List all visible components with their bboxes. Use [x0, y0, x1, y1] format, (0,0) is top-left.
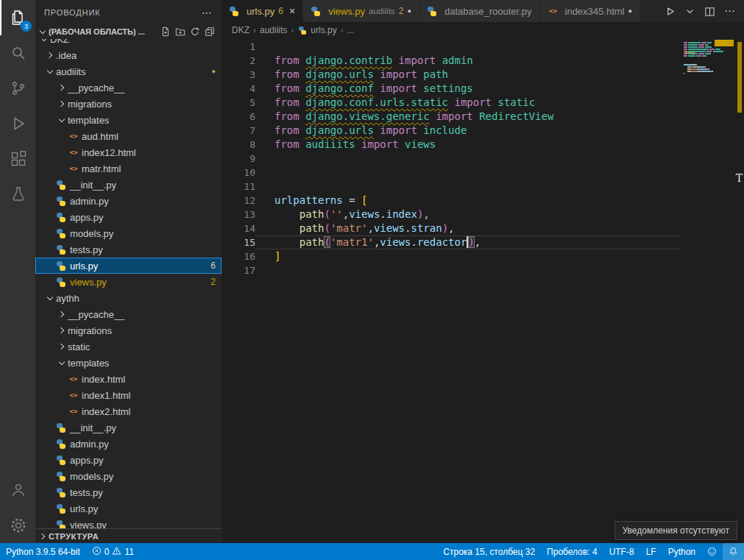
cursor-position-indicator[interactable]: Строка 15, столбец 32: [437, 543, 541, 560]
breadcrumb-item[interactable]: audiiits: [260, 25, 287, 35]
breadcrumb-item[interactable]: urls.py: [297, 25, 336, 35]
code-line[interactable]: 14 path('matr',views.stran),: [222, 221, 744, 235]
minimap-line: [684, 71, 734, 72]
feedback-smiley-icon[interactable]: [701, 543, 723, 560]
code-token: (: [324, 236, 330, 248]
editor-tab-index345-html[interactable]: <>index345.html●: [540, 0, 640, 22]
tree-item-tests-py[interactable]: tests.py: [35, 241, 222, 258]
tree-item-models-py[interactable]: models.py: [35, 468, 222, 484]
code-token: ,: [448, 222, 454, 234]
code-line[interactable]: 8from audiiits import views: [222, 138, 744, 152]
activity-bar-source-control-icon[interactable]: [0, 71, 35, 106]
code-line[interactable]: 15 path('matr1',views.redactor),: [222, 235, 744, 249]
tree-item-urls-py[interactable]: urls.py6: [35, 258, 222, 274]
tree-item-urls-py[interactable]: urls.py: [35, 500, 222, 517]
overview-ruler: T: [734, 38, 744, 543]
tree-item-apps-py[interactable]: apps.py: [35, 452, 222, 468]
run-button-icon[interactable]: [665, 6, 676, 17]
close-icon[interactable]: ×: [289, 5, 295, 17]
code-line[interactable]: 13 path('',views.index),: [222, 208, 744, 221]
tree-item-tests-py[interactable]: tests.py: [35, 484, 222, 500]
activity-bar-explorer-icon[interactable]: 3: [0, 0, 35, 35]
tree-item-migrations[interactable]: migrations: [35, 96, 222, 112]
sidebar-more-actions-icon[interactable]: ⋯: [202, 7, 213, 18]
tree-item--pycache-[interactable]: __pycache__: [35, 306, 222, 322]
tree-item-index12-html[interactable]: <>index12.html: [35, 144, 222, 160]
code-line[interactable]: 1: [222, 40, 744, 54]
activity-bar-testing-icon[interactable]: [0, 177, 35, 212]
collapse-folders-icon[interactable]: [203, 26, 216, 38]
tree-item--init-py[interactable]: __init__.py: [35, 177, 222, 193]
tree-item-templates[interactable]: templates: [35, 112, 222, 128]
tree-item--init-py[interactable]: __init__.py: [35, 419, 222, 436]
eol-indicator[interactable]: LF: [640, 543, 662, 560]
indentation-indicator[interactable]: Пробелов: 4: [541, 543, 603, 560]
tree-item-templates[interactable]: templates: [35, 355, 222, 371]
tree-item-models-py[interactable]: models.py: [35, 225, 222, 241]
tree-item-apps-py[interactable]: apps.py: [35, 209, 222, 225]
minimap-line: [684, 49, 734, 50]
tree-item-matr-html[interactable]: <>matr.html: [35, 160, 222, 177]
outline-section-header[interactable]: СТРУКТУРА: [35, 528, 222, 543]
tree-item-aythh[interactable]: aythh: [35, 290, 222, 306]
breadcrumb-item[interactable]: ...: [347, 25, 355, 35]
tree-item-dkz[interactable]: DKZ: [35, 39, 222, 47]
problems-indicator[interactable]: 0 11: [86, 543, 140, 560]
minimap-segment: [698, 53, 704, 54]
breadcrumb-item[interactable]: DKZ: [232, 25, 249, 35]
tree-item-index1-html[interactable]: <>index1.html: [35, 387, 222, 403]
activity-bar-run-and-debug-icon[interactable]: [0, 106, 35, 141]
tree-item-static[interactable]: static: [35, 339, 222, 355]
tree-item-views-py[interactable]: views.py2: [35, 274, 222, 290]
activity-bar-accounts-icon[interactable]: [0, 472, 35, 508]
refresh-explorer-icon[interactable]: [188, 26, 201, 38]
new-folder-icon[interactable]: [174, 26, 186, 38]
workspace-section-header[interactable]: (РАБОЧАЯ ОБЛАСТЬ) ...: [35, 24, 222, 39]
code-token: [300, 138, 305, 150]
code-editor[interactable]: 12from django.contrib import admin3from …: [222, 38, 744, 543]
line-number: 15: [222, 235, 255, 249]
code-line[interactable]: 2from django.contrib import admin: [222, 54, 744, 68]
python-file-icon: [56, 456, 66, 465]
run-dropdown-icon[interactable]: [684, 6, 695, 17]
tree-item--pycache-[interactable]: __pycache__: [35, 79, 222, 96]
tree-item-index-html[interactable]: <>index.html: [35, 371, 222, 387]
code-line[interactable]: 17: [222, 263, 744, 277]
code-line[interactable]: 11: [222, 180, 744, 194]
new-file-icon[interactable]: [159, 26, 171, 38]
editor-more-actions-icon[interactable]: ⋯: [724, 4, 735, 18]
tree-item-migrations[interactable]: migrations: [35, 322, 222, 339]
tree-item-admin-py[interactable]: admin.py: [35, 193, 222, 209]
tree-item-aud-html[interactable]: <>aud.html: [35, 128, 222, 144]
minimap[interactable]: [684, 40, 734, 77]
split-editor-button-icon[interactable]: [704, 6, 715, 17]
activity-bar-search-icon[interactable]: [0, 35, 35, 71]
activity-bar-settings-icon[interactable]: [0, 508, 35, 543]
code-token: from: [274, 124, 300, 136]
code-line[interactable]: 3from django.urls import path: [222, 68, 744, 82]
code-line[interactable]: 16]: [222, 249, 744, 263]
code-line[interactable]: 5from django.conf.urls.static import sta…: [222, 96, 744, 110]
editor-tab-views-py[interactable]: views.pyaudiiits2●: [303, 0, 419, 22]
activity-bar-extensions-icon[interactable]: [0, 141, 35, 177]
encoding-indicator[interactable]: UTF-8: [603, 543, 640, 560]
editor-tab-database-roouter-py[interactable]: database_roouter.py: [419, 0, 540, 22]
python-interpreter-indicator[interactable]: Python 3.9.5 64-bit: [0, 543, 86, 560]
editor-tab-urls-py[interactable]: urls.py6×: [222, 0, 303, 22]
chevron-right-icon: [56, 322, 68, 339]
code-line[interactable]: 4from django.conf import settings: [222, 82, 744, 96]
minimap-line: [684, 64, 734, 65]
code-line[interactable]: 10: [222, 166, 744, 180]
tree-item--idea[interactable]: .idea: [35, 47, 222, 63]
tree-item-audiiits[interactable]: audiiits●: [35, 63, 222, 79]
code-line[interactable]: 6from django.views.generic import Redire…: [222, 110, 744, 124]
language-mode-indicator[interactable]: Python: [662, 543, 701, 560]
breadcrumb-label: DKZ: [232, 25, 249, 35]
minimap-line: [684, 51, 734, 52]
tree-item-index2-html[interactable]: <>index2.html: [35, 403, 222, 419]
tree-item-admin-py[interactable]: admin.py: [35, 436, 222, 452]
notifications-bell-icon[interactable]: [723, 543, 744, 560]
code-line[interactable]: 12urlpatterns = [: [222, 194, 744, 208]
code-line[interactable]: 9: [222, 152, 744, 166]
code-line[interactable]: 7from django.urls import include: [222, 124, 744, 138]
